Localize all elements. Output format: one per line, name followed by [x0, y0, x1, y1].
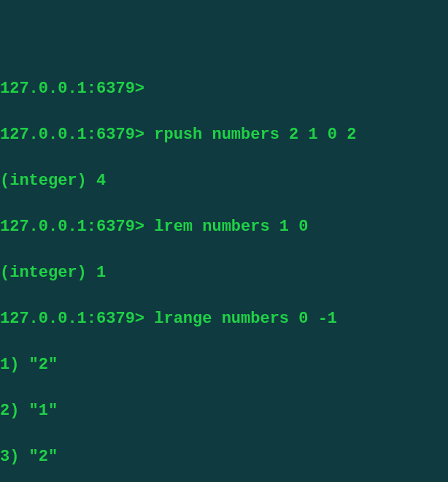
terminal-line: (integer) 4 [0, 169, 448, 193]
terminal-line: 1) "2" [0, 353, 448, 377]
terminal-line: 127.0.0.1:6379> rpush numbers 2 1 0 2 [0, 123, 448, 147]
terminal-line: 127.0.0.1:6379> lrem numbers 1 0 [0, 215, 448, 239]
terminal-line: 3) "2" [0, 445, 448, 469]
terminal-line: 127.0.0.1:6379> lrange numbers 0 -1 [0, 307, 448, 331]
terminal-line: (integer) 1 [0, 261, 448, 285]
terminal-line: 127.0.0.1:6379> [0, 77, 448, 101]
terminal-line: 2) "1" [0, 399, 448, 423]
